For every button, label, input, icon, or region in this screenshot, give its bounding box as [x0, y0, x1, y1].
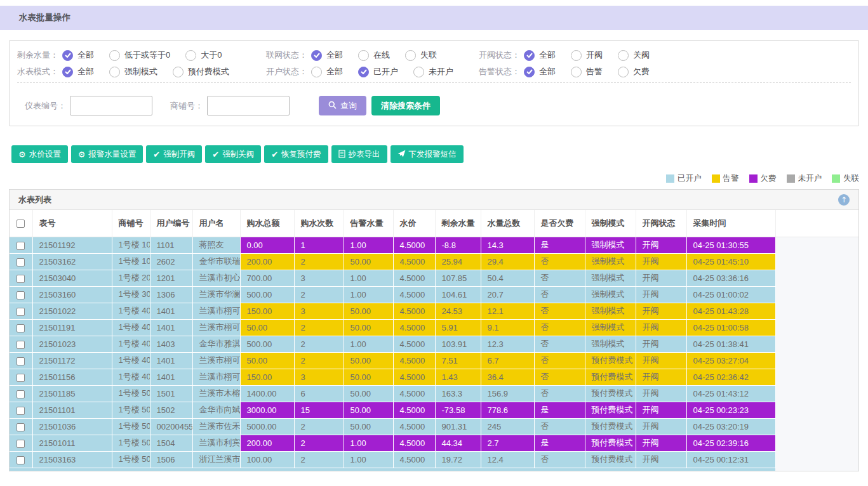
radio-unchecked-icon[interactable]: [571, 50, 582, 61]
radio-option[interactable]: 未开户: [413, 66, 453, 77]
radio-unchecked-icon[interactable]: [109, 50, 120, 61]
radio-unchecked-icon[interactable]: [109, 67, 120, 77]
search-row: 仪表编号： 商铺号： 查询 清除搜索条件: [17, 96, 851, 115]
cell-alarm-volume: 50.00: [344, 352, 393, 369]
filter-group: 开阀状态：全部开阀关阀: [479, 49, 851, 61]
radio-checked-icon[interactable]: [358, 67, 369, 77]
radio-option-label: 未开户: [429, 66, 453, 77]
radio-option-label: 告警: [586, 66, 603, 77]
radio-option[interactable]: 欠费: [618, 66, 650, 77]
radio-option[interactable]: 预付费模式: [173, 66, 229, 77]
table-row: 215010361号楼 50300200455兰溪市佐禾饣5000.00250.…: [10, 418, 858, 435]
legend-item: 已开户: [666, 173, 702, 184]
row-checkbox[interactable]: [17, 357, 25, 365]
filter-rows: 剩余水量：全部低于或等于0大于0联网状态：全部在线失联开阀状态：全部开阀关阀水表…: [17, 49, 851, 77]
filter-row: 剩余水量：全部低于或等于0大于0联网状态：全部在线失联开阀状态：全部开阀关阀: [17, 49, 851, 61]
row-checkbox[interactable]: [17, 423, 25, 431]
cell-purchase-count: 15: [294, 402, 344, 418]
radio-option[interactable]: 强制模式: [109, 66, 157, 77]
radio-option[interactable]: 低于或等于0: [109, 49, 170, 61]
cell-user-no: 1401: [150, 303, 192, 319]
column-header-mode: 强制模式: [585, 210, 636, 237]
cell-purchase-count: 2: [294, 253, 344, 270]
radio-option[interactable]: 开阀: [571, 49, 603, 61]
radio-unchecked-icon[interactable]: [413, 67, 424, 77]
row-checkbox[interactable]: [17, 275, 25, 283]
toolbar-button[interactable]: ✔恢复预付费: [264, 145, 328, 163]
table-row: 215011011号楼 5021502金华市向斌工3000.001550.004…: [10, 402, 858, 418]
toolbar-button-label: 下发报警短信: [409, 149, 457, 160]
table-body: 215011921号楼 1011101蒋照友0.0011.004.5000-8.…: [10, 237, 858, 471]
row-checkbox[interactable]: [17, 341, 25, 349]
radio-option[interactable]: 全部: [62, 66, 94, 77]
cell-alarm-volume: 1.00: [344, 286, 393, 303]
cell-shop-no: 1号楼 506: [112, 451, 150, 468]
radio-checked-icon[interactable]: [62, 50, 73, 61]
radio-checked-icon[interactable]: [524, 50, 535, 61]
radio-option[interactable]: 失联: [405, 49, 437, 61]
cell-valve-state: 开阀: [636, 385, 686, 402]
clear-search-label: 清除搜索条件: [381, 100, 431, 112]
cell-shop-no: 1号楼 502: [112, 402, 150, 418]
radio-unchecked-icon[interactable]: [173, 67, 184, 77]
row-checkbox[interactable]: [17, 374, 25, 382]
cell-alarm-volume: 50.00: [344, 402, 393, 418]
cell-filler: [775, 253, 858, 270]
radio-option[interactable]: 全部: [62, 49, 94, 61]
radio-option[interactable]: 全部: [311, 49, 343, 61]
cell-total-volume: 2.7: [481, 435, 534, 451]
cell-remaining-volume: -8.8: [435, 237, 481, 253]
select-all-checkbox[interactable]: [17, 220, 25, 228]
radio-unchecked-icon[interactable]: [358, 50, 369, 61]
meter-no-input[interactable]: [70, 96, 152, 115]
toolbar-button[interactable]: ⚙水价设置: [11, 145, 68, 163]
radio-option[interactable]: 大于0: [185, 49, 222, 61]
row-checkbox[interactable]: [17, 324, 25, 332]
column-header-purchase-total: 购水总额: [240, 210, 294, 237]
row-checkbox[interactable]: [17, 456, 25, 464]
toolbar-button-label: 强制关阀: [222, 149, 254, 160]
cell-is-arrears: 否: [534, 286, 585, 303]
radio-option[interactable]: 告警: [571, 66, 603, 77]
toolbar-button[interactable]: ✔强制关阀: [205, 145, 261, 163]
query-button[interactable]: 查询: [319, 96, 366, 115]
toolbar-button[interactable]: ✔强制开阀: [146, 145, 202, 163]
row-checkbox[interactable]: [17, 308, 25, 316]
cell-valve-state: 开阀: [636, 270, 686, 286]
row-checkbox[interactable]: [17, 258, 25, 266]
shop-no-input[interactable]: [207, 96, 290, 115]
row-checkbox[interactable]: [17, 390, 25, 398]
row-checkbox[interactable]: [17, 440, 25, 448]
radio-checked-icon[interactable]: [524, 67, 535, 77]
row-select-cell: [10, 336, 32, 352]
cell-collect-time: 04-25 01:45:10: [686, 253, 775, 270]
radio-unchecked-icon[interactable]: [571, 67, 582, 77]
radio-option[interactable]: 在线: [358, 49, 390, 61]
radio-option[interactable]: 全部: [524, 49, 556, 61]
row-checkbox[interactable]: [17, 407, 25, 415]
radio-option[interactable]: 关阀: [618, 49, 650, 61]
row-checkbox[interactable]: [17, 291, 25, 299]
radio-option[interactable]: 全部: [311, 66, 343, 77]
radio-checked-icon[interactable]: [311, 50, 322, 61]
radio-unchecked-icon[interactable]: [405, 50, 416, 61]
radio-option-label: 在线: [373, 49, 390, 61]
radio-unchecked-icon[interactable]: [618, 67, 629, 77]
table-row: 215011851号楼 5011501兰溪市木榕氵1400.00650.004.…: [10, 385, 858, 402]
cell-shop-no: 1号楼 405: [112, 352, 150, 369]
radio-option[interactable]: 全部: [524, 66, 556, 77]
radio-unchecked-icon[interactable]: [618, 50, 629, 61]
cell-user-name: 金华市联瑞工: [192, 253, 240, 270]
radio-unchecked-icon[interactable]: [185, 50, 196, 61]
collapse-up-icon[interactable]: ↑: [838, 194, 850, 206]
legend-label: 失联: [843, 173, 859, 184]
toolbar-button[interactable]: 抄表导出: [331, 145, 387, 163]
clear-search-button[interactable]: 清除搜索条件: [371, 96, 440, 115]
radio-checked-icon[interactable]: [62, 67, 73, 77]
row-checkbox[interactable]: [17, 242, 25, 250]
radio-unchecked-icon[interactable]: [311, 67, 322, 77]
radio-option[interactable]: 已开户: [358, 66, 398, 77]
toolbar-button[interactable]: ⚙报警水量设置: [71, 145, 144, 163]
toolbar-button[interactable]: 下发报警短信: [391, 145, 464, 163]
radio-option-label: 关阀: [633, 49, 650, 61]
